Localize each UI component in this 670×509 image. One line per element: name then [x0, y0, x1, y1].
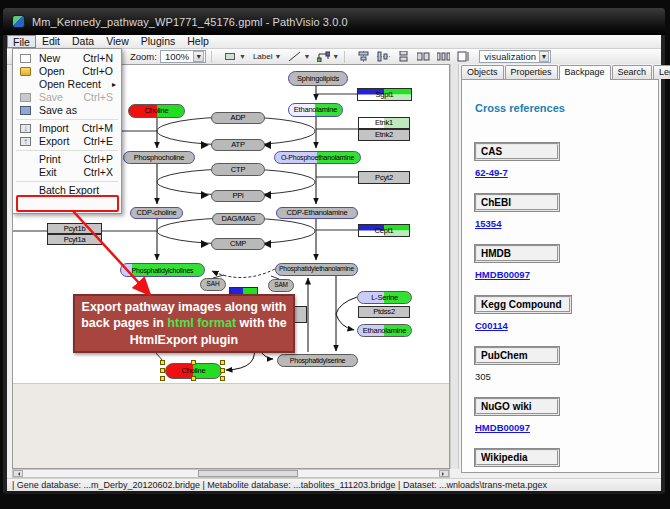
title-bar[interactable]: Mm_Kennedy_pathway_WP1771_45176.gpml - P…	[3, 8, 665, 35]
menu-item-open[interactable]: OpenCtrl+O	[13, 65, 121, 78]
file-menu-dropdown: NewCtrl+N OpenCtrl+O Open Recent▸ SaveCt…	[12, 48, 122, 214]
xref-link[interactable]: 62-49-7	[475, 167, 646, 178]
tab-search[interactable]: Search	[612, 65, 653, 79]
xref-section-cas: CAS 62-49-7	[475, 143, 646, 178]
node-phosphocholine[interactable]: Phosphocholine	[123, 151, 195, 164]
menu-item-new[interactable]: NewCtrl+N	[13, 52, 121, 65]
scroll-left-arrow-icon[interactable]	[13, 470, 23, 477]
node-ptdss2[interactable]: Ptdss2	[358, 306, 410, 318]
node-pcyt2[interactable]: Pcyt2	[358, 171, 410, 184]
align-center-vertical-button[interactable]	[377, 50, 390, 64]
node-choline[interactable]: Choline	[128, 104, 185, 118]
submenu-arrow-icon: ▸	[112, 78, 116, 91]
selection-handle[interactable]	[160, 376, 165, 381]
chevron-down-icon[interactable]: ▼	[193, 51, 204, 62]
selection-handle[interactable]	[220, 368, 225, 373]
selection-handle[interactable]	[191, 360, 196, 365]
open-folder-icon	[20, 67, 31, 76]
node-atp[interactable]: ATP	[211, 139, 265, 151]
menu-item-export[interactable]: ↑ExportCtrl+E	[13, 135, 121, 148]
import-icon: ↓	[20, 124, 31, 133]
node-sam[interactable]: SAM	[268, 279, 294, 292]
node-pcyt1a[interactable]: Pcyt1a	[47, 234, 102, 245]
pathvisio-icon	[12, 15, 25, 28]
zoom-label: Zoom:	[130, 51, 157, 62]
selection-handle[interactable]	[220, 360, 225, 365]
scrollbar-track[interactable]	[23, 470, 439, 477]
menu-item-exit[interactable]: ExitCtrl+X	[13, 166, 121, 179]
xref-section-wikipedia: Wikipedia Choline	[475, 449, 646, 473]
connector-tool-button[interactable]: ▼	[317, 50, 339, 64]
xref-section-nugo: NuGO wiki HMDB00097	[475, 398, 646, 433]
xref-link[interactable]: 15354	[475, 218, 646, 229]
xref-name: HMDB	[475, 245, 559, 262]
selection-handle[interactable]	[160, 368, 165, 373]
xref-name: NuGO wiki	[475, 398, 559, 415]
menu-help[interactable]: Help	[181, 35, 215, 48]
node-phosphatidylethanolamine[interactable]: Phosphatidylethanolamine	[275, 263, 358, 276]
zoom-combobox[interactable]: 100% ▼	[160, 50, 206, 63]
node-o-phosphoethanolamine[interactable]: O-Phosphoethanolamine	[274, 151, 361, 164]
menu-plugins[interactable]: Plugins	[135, 35, 181, 48]
scroll-right-arrow-icon[interactable]	[439, 470, 449, 477]
xref-link[interactable]: C00114	[475, 320, 646, 331]
selection-handle[interactable]	[160, 360, 165, 365]
label-dropdown-button[interactable]: Label ▼	[253, 50, 282, 64]
node-phosphatidylserine[interactable]: Phosphatidylserine	[277, 354, 358, 367]
menu-data[interactable]: Data	[66, 35, 100, 48]
menu-item-print[interactable]: PrintCtrl+P	[13, 153, 121, 166]
backpage-panel[interactable]: Cross references CAS 62-49-7 ChEBI 15354…	[461, 79, 659, 473]
node-ppi[interactable]: PPi	[211, 190, 265, 202]
menu-item-save-as[interactable]: Save as	[13, 104, 121, 117]
stack-horizontal-icon	[417, 51, 430, 62]
xref-link[interactable]: HMDB00097	[475, 422, 646, 433]
distribute-button[interactable]	[437, 50, 450, 64]
menu-separator	[16, 150, 118, 151]
page-layout-button[interactable]	[457, 50, 470, 64]
tab-legend[interactable]: Legend	[653, 65, 670, 79]
line-tool-button[interactable]: ▼	[288, 50, 310, 64]
node-pcyt1b[interactable]: Pcyt1b	[47, 223, 102, 234]
xref-section-kegg: Kegg Compound C00114	[475, 296, 646, 331]
scrollbar-thumb[interactable]	[198, 470, 298, 477]
stack-horizontal-button[interactable]	[417, 50, 430, 64]
node-ethanolamine[interactable]: Ethanolamine	[288, 103, 343, 117]
node-etnk1[interactable]: Etnk1	[358, 117, 410, 129]
node-cdp-choline[interactable]: CDP-choline	[130, 207, 183, 219]
save-icon	[20, 93, 31, 102]
node-cmp[interactable]: CMP	[211, 238, 265, 250]
menu-view[interactable]: View	[100, 35, 135, 48]
xref-link[interactable]: HMDB00097	[475, 269, 646, 280]
datanode-dropdown-button[interactable]: ▼	[224, 50, 246, 64]
menu-file[interactable]: File	[7, 35, 36, 48]
node-ethanolamine-2[interactable]: Ethanolamine	[357, 324, 412, 337]
menu-item-open-recent[interactable]: Open Recent▸	[13, 78, 121, 91]
menu-item-import[interactable]: ↓ImportCtrl+M	[13, 122, 121, 135]
visualization-combobox[interactable]: visualization ▼	[479, 50, 551, 63]
node-sah[interactable]: SAH	[200, 278, 226, 291]
horizontal-scrollbar[interactable]	[12, 469, 450, 478]
selection-handle[interactable]	[220, 376, 225, 381]
tab-backpage[interactable]: Backpage	[559, 65, 611, 80]
node-sphingolipids[interactable]: Sphingolipids	[288, 71, 348, 86]
align-center-horizontal-button[interactable]	[357, 50, 370, 64]
node-dag-mag[interactable]: DAG/MAG	[212, 213, 265, 225]
tab-objects[interactable]: Objects	[461, 65, 504, 79]
menu-edit[interactable]: Edit	[36, 35, 66, 48]
annotation-callout: Export pathway images along with back pa…	[73, 294, 295, 353]
node-sgpl1[interactable]: Sgpl1	[357, 88, 412, 101]
xref-name: CAS	[475, 143, 559, 160]
node-ctp[interactable]: CTP	[211, 163, 265, 176]
tab-properties[interactable]: Properties	[505, 65, 558, 79]
menu-item-save[interactable]: SaveCtrl+S	[13, 91, 121, 104]
node-etnk2[interactable]: Etnk2	[358, 129, 410, 141]
stack-vertical-button[interactable]	[397, 50, 410, 64]
chevron-down-icon[interactable]: ▼	[539, 51, 550, 62]
panel-splitter[interactable]	[450, 64, 459, 469]
node-cdp-ethanolamine[interactable]: CDP-Ethanolamine	[276, 207, 358, 219]
node-adp[interactable]: ADP	[211, 112, 265, 124]
node-phosphatidylcholines[interactable]: Phosphatidylcholines	[120, 263, 205, 277]
selection-handle[interactable]	[191, 376, 196, 381]
node-l-serine[interactable]: L-Serine	[357, 291, 412, 304]
node-cept1[interactable]: Cept1	[358, 224, 410, 237]
